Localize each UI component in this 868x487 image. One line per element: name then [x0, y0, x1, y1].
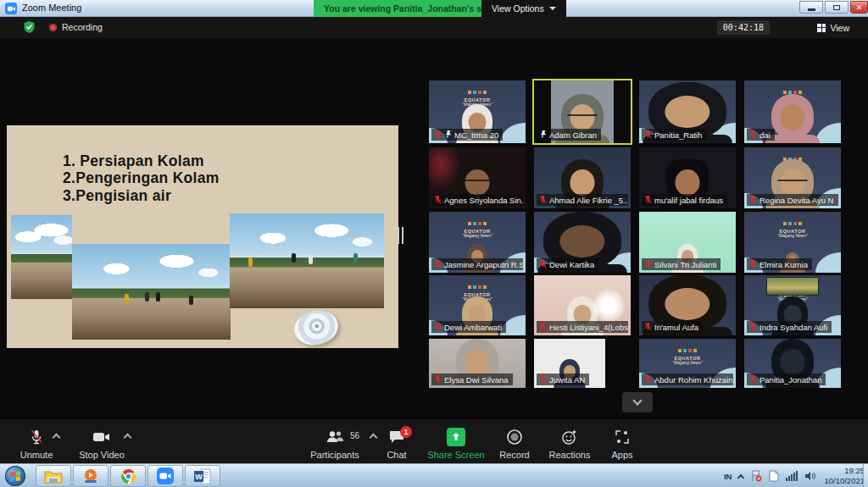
action-center-flag-icon[interactable] [750, 470, 762, 482]
participant-tile[interactable]: EQUATOR"Magang News" Panitia_Jonathan [744, 339, 841, 388]
record-icon [506, 427, 523, 447]
zoom-icon [157, 468, 174, 484]
participant-name-label: MC_Irma 20 [431, 129, 503, 141]
audio-options-chevron[interactable] [53, 434, 61, 442]
participant-name: MC_Irma 20 [454, 130, 498, 140]
participant-name-label: In'amul Aufa [642, 321, 703, 333]
reactions-button[interactable]: Reactions [539, 423, 600, 460]
participant-name-label: Panitia_Ratih [642, 129, 707, 141]
document-tray-icon[interactable] [769, 470, 779, 482]
slide-heading-line: 1. Persiapan Kolam [63, 152, 220, 169]
scroll-indicator[interactable] [398, 227, 403, 244]
explorer-icon [44, 469, 63, 484]
share-screen-icon [447, 428, 465, 446]
muted-mic-icon [434, 195, 442, 206]
video-options-chevron[interactable] [124, 434, 132, 442]
recording-dot-icon[interactable] [49, 24, 57, 31]
share-screen-button[interactable]: Share Screen [420, 423, 492, 460]
participant-tile[interactable]: EQUATOR"Magang News" dai [744, 80, 841, 143]
close-button[interactable]: ✕ [850, 1, 868, 14]
muted-mic-icon [539, 322, 547, 333]
taskbar-explorer-button[interactable] [36, 465, 71, 487]
windows-logo-icon [10, 471, 20, 481]
muted-mic-icon [644, 259, 652, 270]
participant-name: Adam Gibran [549, 130, 597, 140]
window-title: Zoom Meeting [22, 3, 81, 13]
hidden-icons-chevron[interactable] [737, 473, 744, 480]
chrome-icon [120, 468, 136, 484]
taskbar-clock[interactable]: 19:25 10/10/2021 [824, 466, 865, 486]
speaker-icon[interactable] [804, 471, 815, 481]
participant-tile[interactable]: Agnes Sriyolanda Sin... [429, 147, 526, 208]
slide-photo [230, 213, 384, 308]
participant-tile[interactable]: EQUATOR"Magang News" Jasmine Argaputri R… [429, 212, 526, 273]
muted-mic-icon [749, 195, 757, 206]
participant-tile[interactable]: EQUATOR"Magang News" Abdur Rohim Khuzain [639, 339, 736, 388]
clock-date: 10/10/2021 [824, 476, 865, 486]
participant-tile[interactable]: EQUATOR"Magang News" Indra Syahdan Aufi [744, 275, 841, 335]
collapse-gallery-button[interactable] [622, 392, 653, 412]
show-desktop-button[interactable] [863, 464, 868, 487]
participant-name-label: Elysa Dwi Silvana [431, 374, 513, 385]
muted-mic-icon [539, 259, 547, 270]
participant-tile[interactable]: EQUATOR"Magang News" Dewi Kartika [534, 212, 631, 273]
participant-tile[interactable]: mu'alif jabal firdaus [639, 147, 736, 208]
restore-button[interactable] [825, 1, 849, 14]
participant-name-label: Hesti Listiyani_4(Lobst... [537, 321, 628, 333]
record-label: Record [499, 450, 529, 460]
equator-virtual-background-logo: EQUATOR"Magang News" [429, 82, 526, 107]
participant-name: Jasmine Argaputri R.S [444, 260, 523, 269]
participant-tile[interactable]: Juwita AN [534, 339, 605, 388]
taskbar-mediaplayer-button[interactable] [73, 465, 108, 487]
participant-tile[interactable]: Silvani Tri Julianti [639, 212, 736, 273]
minimize-button[interactable] [799, 1, 823, 14]
person-figure [156, 292, 160, 302]
participant-name: Silvani Tri Julianti [654, 260, 716, 269]
network-signal-icon[interactable] [786, 471, 798, 481]
view-options-button[interactable]: View Options [481, 0, 566, 17]
participant-name-label: Indra Syahdan Aufi [747, 321, 832, 333]
taskbar-word-button[interactable]: W [185, 465, 220, 487]
participant-name: Elysa Dwi Silvana [444, 375, 509, 385]
participant-tile[interactable]: EQUATOR"Magang News" Regina Devita Ayu N [744, 147, 841, 208]
participants-icon [326, 427, 344, 447]
chat-button[interactable]: 1 Chat [373, 423, 420, 460]
muted-mic-icon [434, 374, 442, 385]
participants-label: Participants [310, 450, 359, 460]
taskbar-chrome-button[interactable] [110, 465, 146, 487]
participants-button[interactable]: 56 Participants [298, 423, 371, 460]
participant-tile[interactable]: Hesti Listiyani_4(Lobst... [534, 275, 631, 335]
participant-tile[interactable]: In'amul Aufa [639, 275, 736, 335]
muted-mic-icon [29, 427, 44, 447]
record-button[interactable]: Record [490, 423, 539, 460]
slide-heading: 1. Persiapan Kolam2.Pengeringan Kolam3.P… [63, 152, 220, 204]
shared-screen-slide: 1. Persiapan Kolam2.Pengeringan Kolam3.P… [7, 125, 398, 348]
share-screen-label: Share Screen [427, 450, 484, 460]
participant-tile[interactable]: EQUATOR"Magang News" Panitia_Ratih [639, 80, 736, 143]
taskbar-zoom-button[interactable] [147, 465, 183, 487]
participant-name-label: dai [747, 129, 775, 141]
apps-button[interactable]: Apps [600, 423, 644, 460]
participant-name-label: mu'alif jabal firdaus [642, 194, 727, 206]
language-indicator[interactable]: IN [724, 472, 732, 481]
stop-video-button[interactable]: Stop Video [71, 423, 132, 460]
person-figure [189, 296, 193, 305]
participant-tile[interactable]: EQUATOR"Magang News" Dewi Ambarwati [429, 275, 526, 335]
participant-name: Agnes Sriyolanda Sin... [444, 196, 523, 205]
encryption-shield-icon[interactable] [24, 21, 35, 36]
viewing-screen-banner-text: You are viewing Panitia_Jonathan's scree… [324, 3, 505, 14]
participant-tile[interactable]: EQUATOR"Magang News" Elmira Kurnia [744, 212, 841, 273]
participant-name: Juwita AN [549, 375, 585, 385]
participant-tile[interactable]: Adam Gibran [534, 80, 631, 143]
participant-name: Indra Syahdan Aufi [760, 323, 827, 332]
equator-virtual-background-logo: EQUATOR"Magang News" [744, 213, 841, 238]
view-layout-button[interactable]: View [817, 20, 849, 35]
svg-text:W: W [195, 473, 203, 481]
participant-tile[interactable]: EQUATOR"Magang News" MC_Irma 20 [429, 80, 526, 143]
participant-tile[interactable]: Ahmad Alie Fikrie _5... [534, 147, 631, 208]
unmute-button[interactable]: Unmute [10, 423, 63, 460]
chevron-down-icon [549, 7, 556, 10]
start-button[interactable] [5, 466, 25, 486]
participant-tile[interactable]: Elysa Dwi Silvana [429, 339, 526, 388]
participant-name: Abdur Rohim Khuzain [654, 375, 732, 385]
